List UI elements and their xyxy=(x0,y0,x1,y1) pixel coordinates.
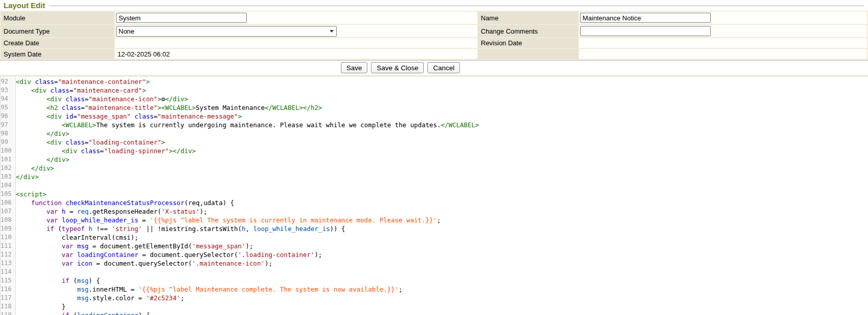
code-line[interactable]: 117 msg.style.color = '#2c5234'; xyxy=(1,294,868,303)
line-number: 103 xyxy=(1,173,13,182)
code-line[interactable]: 107 var h = req.getResponseHeader('X-sta… xyxy=(1,208,868,216)
line-number: 119 xyxy=(1,311,13,315)
line-number: 110 xyxy=(1,234,13,242)
code-text: function checkMaintenanceStatusProcessor… xyxy=(13,199,234,208)
line-number: 105 xyxy=(1,190,13,199)
title-rule xyxy=(49,6,864,7)
code-text: <div id="message_span" class="maintenanc… xyxy=(13,112,242,121)
change-comments-input[interactable] xyxy=(580,26,711,36)
code-text: <div class="loading-container"> xyxy=(13,138,165,147)
code-line[interactable]: 105<script> xyxy=(1,190,868,199)
code-line[interactable]: 103</div> xyxy=(1,173,868,182)
system-date-value: 12-02-2025 06:02 xyxy=(116,50,170,58)
code-line[interactable]: 93 <div class="maintenance-card"> xyxy=(1,87,868,95)
code-line[interactable]: 99 <div class="loading-container"> xyxy=(1,138,868,147)
code-editor[interactable]: 92<div class="maintenance-container">93 … xyxy=(0,77,868,315)
code-line[interactable]: 118 } xyxy=(1,303,868,311)
code-text: var msg = document.getElementById('messa… xyxy=(13,242,253,251)
code-lines: 92<div class="maintenance-container">93 … xyxy=(1,77,868,315)
line-number: 96 xyxy=(1,112,13,121)
code-line[interactable]: 95 <h2 class="maintenance-title"><WCLABE… xyxy=(1,104,868,112)
save-button[interactable]: Save xyxy=(341,62,368,73)
code-text: <div class="maintenance-icon">⚙</div> xyxy=(13,95,188,104)
line-number: 97 xyxy=(1,121,13,130)
field-label-change-comments: Change Comments xyxy=(478,25,578,37)
page-title: Layout Edit xyxy=(4,1,45,10)
code-text: <WCLABEL>The system is currently undergo… xyxy=(13,121,479,130)
code-line[interactable]: 112 var loadingContainer = document.quer… xyxy=(1,251,868,260)
line-number: 115 xyxy=(1,277,13,285)
code-text: var loop_while_header_is = '{{%pjs ^labe… xyxy=(13,216,441,225)
code-text: <h2 class="maintenance-title"><WCLABEL>S… xyxy=(13,104,322,112)
code-line[interactable]: 98 </div> xyxy=(1,130,868,138)
line-number: 114 xyxy=(1,268,13,277)
line-number: 104 xyxy=(1,182,13,190)
field-cell-empty xyxy=(579,49,867,59)
code-line[interactable]: 102 </div> xyxy=(1,164,868,173)
code-line[interactable]: 97 <WCLABEL>The system is currently unde… xyxy=(1,121,868,130)
line-number: 101 xyxy=(1,156,13,164)
code-line[interactable]: 119 if (loadingContainer) { xyxy=(1,311,868,315)
field-label-revision-date: Revision Date xyxy=(478,38,578,48)
field-cell-module xyxy=(115,12,477,24)
module-input[interactable] xyxy=(116,13,247,23)
line-number: 116 xyxy=(1,285,13,294)
code-line[interactable]: 110 clearInterval(cmsi); xyxy=(1,234,868,242)
code-text: } xyxy=(13,303,66,311)
header: Layout Edit xyxy=(0,0,868,11)
code-text: var h = req.getResponseHeader('X-status'… xyxy=(13,208,207,216)
field-label-create-date: Create Date xyxy=(1,38,114,48)
field-cell-change-comments xyxy=(579,25,867,37)
code-text: if (loadingContainer) { xyxy=(13,311,150,315)
code-line[interactable]: 104 xyxy=(1,182,868,190)
code-text: msg.style.color = '#2c5234'; xyxy=(13,294,184,303)
line-number: 95 xyxy=(1,104,13,112)
document-type-select[interactable]: None xyxy=(116,26,337,37)
line-number: 100 xyxy=(1,147,13,156)
field-cell-revision-date xyxy=(579,38,867,48)
code-line[interactable]: 108 var loop_while_header_is = '{{%pjs ^… xyxy=(1,216,868,225)
code-line[interactable]: 115 if (msg) { xyxy=(1,277,868,285)
code-line[interactable]: 113 var icon = document.querySelector('.… xyxy=(1,260,868,268)
code-line[interactable]: 109 if (typeof h !== 'string' || !miestr… xyxy=(1,225,868,234)
name-input[interactable] xyxy=(580,13,711,23)
code-text: </div> xyxy=(13,164,54,173)
field-label-empty xyxy=(478,49,578,59)
code-line[interactable]: 116 msg.innerHTML = '{{%pjs ^label Maint… xyxy=(1,285,868,294)
code-text: </div> xyxy=(13,156,69,164)
field-label-system-date: System Date xyxy=(1,49,114,59)
action-button-bar: Save Save & Close Cancel xyxy=(0,61,868,75)
field-cell-name xyxy=(579,12,867,24)
field-label-document-type: Document Type xyxy=(1,25,114,37)
code-line[interactable]: 100 <div class="loading-spinner"></div> xyxy=(1,147,868,156)
code-text: <div class="maintenance-container"> xyxy=(13,78,150,87)
save-and-close-button[interactable]: Save & Close xyxy=(371,62,424,73)
line-number: 108 xyxy=(1,216,13,225)
code-line[interactable]: 94 <div class="maintenance-icon">⚙</div> xyxy=(1,95,868,104)
line-number: 98 xyxy=(1,130,13,138)
code-line[interactable]: 111 var msg = document.getElementById('m… xyxy=(1,242,868,251)
line-number: 118 xyxy=(1,303,13,311)
field-label-name: Name xyxy=(478,12,578,24)
line-number: 109 xyxy=(1,225,13,234)
line-number: 112 xyxy=(1,251,13,260)
code-text: if (typeof h !== 'string' || !miestring.… xyxy=(13,225,345,234)
code-text: msg.innerHTML = '{{%pjs ^label Maintenan… xyxy=(13,285,402,294)
line-number: 94 xyxy=(1,95,13,104)
cancel-button[interactable]: Cancel xyxy=(427,62,460,73)
code-line[interactable]: 101 </div> xyxy=(1,156,868,164)
code-text: var icon = document.querySelector('.main… xyxy=(13,260,272,268)
code-text xyxy=(13,182,16,190)
line-number: 107 xyxy=(1,208,13,216)
code-text: <script> xyxy=(13,190,46,199)
code-line[interactable]: 106 function checkMaintenanceStatusProce… xyxy=(1,199,868,208)
line-number: 111 xyxy=(1,242,13,251)
line-number: 113 xyxy=(1,260,13,268)
code-text: <div class="loading-spinner"></div> xyxy=(13,147,196,156)
code-text: if (msg) { xyxy=(13,277,100,285)
code-line[interactable]: 96 <div id="message_span" class="mainten… xyxy=(1,112,868,121)
code-line[interactable]: 114 xyxy=(1,268,868,277)
code-line[interactable]: 92<div class="maintenance-container"> xyxy=(1,78,868,87)
code-text xyxy=(13,268,16,277)
line-number: 106 xyxy=(1,199,13,208)
